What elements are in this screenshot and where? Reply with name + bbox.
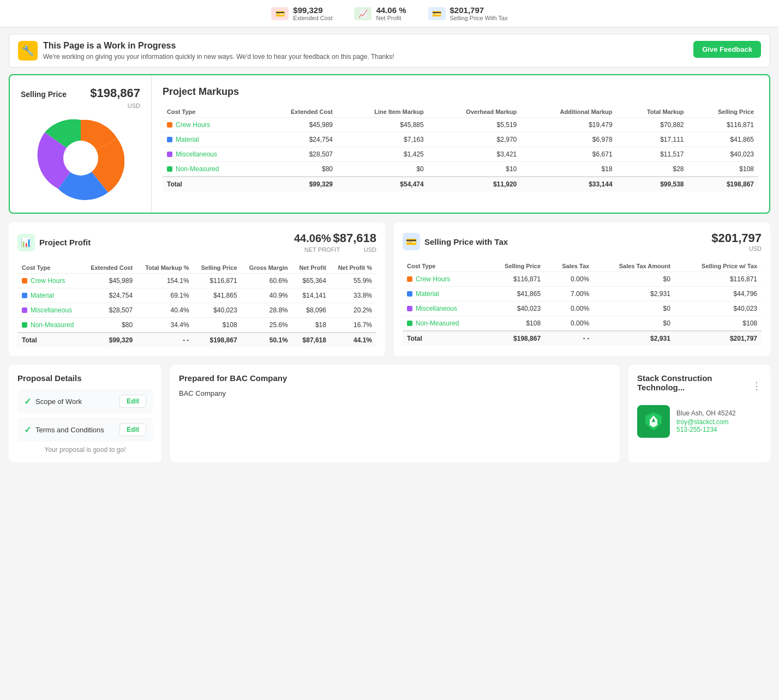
edit-button[interactable]: Edit [119, 423, 146, 436]
tax-table-row: Non-Measured $108 0.00% $0 $108 [403, 316, 762, 331]
profit-table-row: Crew Hours $45,989 154.1% $116,871 60.6%… [17, 274, 376, 288]
give-feedback-button[interactable]: Give Feedback [693, 41, 761, 58]
proposal-item-label: Terms and Conditions [35, 426, 104, 434]
profit-percent: 44.06% [294, 232, 331, 244]
svg-point-0 [63, 141, 98, 176]
tax-table: Cost Type Selling Price Sales Tax Sales … [403, 261, 762, 346]
company-card: Stack Construction Technolog... ⋮ Blue A… [628, 365, 770, 462]
profit-currency: USD [364, 246, 376, 253]
tax-title: Selling Price with Tax [424, 237, 508, 246]
col-ext-cost: Extended Cost [257, 106, 337, 118]
company-logo [637, 405, 670, 438]
selling-price-currency: USD [21, 102, 140, 109]
col-overhead-markup: Overhead Markup [428, 106, 522, 118]
company-phone[interactable]: 513-255-1234 [676, 426, 736, 433]
extended-cost-label: Extended Cost [293, 15, 332, 21]
net-profit-label: Net Profit [376, 15, 406, 21]
wip-title: This Page is a Work in Progress [43, 41, 394, 51]
top-bar: 💳 $99,329 Extended Cost 📈 44.06 % Net Pr… [0, 0, 779, 27]
profit-icon: 📊 [17, 234, 35, 251]
net-profit-stat: 📈 44.06 % Net Profit [354, 5, 406, 21]
company-address: Blue Ash, OH 45242 [676, 409, 736, 417]
proposal-card: Proposal Details ✓ Scope of Work Edit ✓ … [9, 365, 161, 462]
selling-price-tax-label: Selling Price With Tax [450, 15, 508, 21]
markups-total-row: Total $99,329 $54,474 $11,920 $33,144 $9… [163, 177, 758, 191]
col-cost-type: Cost Type [163, 106, 257, 118]
markups-table-row: Material $24,754 $7,163 $2,970 $6,978 $1… [163, 132, 758, 147]
check-icon: ✓ [24, 396, 31, 407]
selling-price-tax-stat: 💳 $201,797 Selling Price With Tax [428, 5, 508, 21]
col-line-markup: Line Item Markup [337, 106, 428, 118]
selling-price-tax-amount: $201,797 [450, 5, 508, 15]
profit-table-row: Material $24,754 69.1% $41,865 40.9% $14… [17, 288, 376, 303]
proposal-item-label: Scope of Work [35, 397, 82, 406]
tax-total-row: Total $198,867 - - $2,931 $201,797 [403, 331, 762, 346]
more-options-icon[interactable]: ⋮ [752, 380, 762, 392]
profit-table: Cost Type Extended Cost Total Markup % S… [17, 262, 376, 347]
company-logo-svg [640, 408, 667, 435]
tax-card: 💳 Selling Price with Tax $201,797 USD Co… [394, 222, 770, 356]
extended-cost-icon: 💳 [271, 7, 289, 20]
proposal-item: ✓ Scope of Work Edit [17, 389, 153, 413]
profit-title: Project Profit [39, 238, 91, 247]
bottom-section: Proposal Details ✓ Scope of Work Edit ✓ … [9, 365, 770, 462]
selling-price-label: Selling Price [21, 90, 67, 99]
profit-net-label: NET PROFIT [304, 246, 340, 253]
tax-table-row: Miscellaneous $40,023 0.00% $0 $40,023 [403, 301, 762, 316]
prepared-card: Prepared for BAC Company BAC Company [170, 365, 620, 462]
profit-table-row: Non-Measured $80 34.4% $108 25.6% $18 16… [17, 318, 376, 333]
proposal-item: ✓ Terms and Conditions Edit [17, 418, 153, 442]
profit-card: 📊 Project Profit 44.06% $87,618 NET PROF… [9, 222, 385, 356]
net-profit-amount: 44.06 % [376, 5, 406, 15]
markups-table-row: Miscellaneous $28,507 $1,425 $3,421 $6,6… [163, 147, 758, 162]
markups-title: Project Markups [163, 86, 758, 98]
check-icon: ✓ [24, 425, 31, 435]
main-content: Selling Price $198,867 USD Project Mar [0, 74, 779, 471]
tax-amount: $201,797 [711, 231, 762, 245]
company-title: Stack Construction Technolog... [637, 373, 752, 392]
profit-amount: $87,618 [333, 231, 376, 245]
col-selling-price: Selling Price [688, 106, 758, 118]
profit-total-row: Total $99,329 - - $198,867 50.1% $87,618… [17, 333, 376, 347]
selling-price-amount: $198,867 [90, 86, 140, 100]
prepared-company: BAC Company [179, 389, 611, 397]
markups-table-row: Crew Hours $45,989 $45,885 $5,519 $19,47… [163, 118, 758, 132]
pie-chart [37, 114, 124, 202]
wip-description: We're working on giving you your informa… [43, 53, 394, 61]
prepared-title: Prepared for BAC Company [179, 373, 611, 383]
markups-card: Selling Price $198,867 USD Project Mar [9, 74, 770, 214]
wip-icon: 🔧 [18, 41, 38, 61]
col-additional-markup: Additional Markup [521, 106, 616, 118]
tax-table-row: Material $41,865 7.00% $2,931 $44,796 [403, 287, 762, 301]
company-email[interactable]: troy@stackct.com [676, 418, 736, 426]
edit-button[interactable]: Edit [119, 395, 146, 408]
markups-table-row: Non-Measured $80 $0 $10 $18 $28 $108 [163, 162, 758, 177]
col-total-markup: Total Markup [617, 106, 688, 118]
extended-cost-amount: $99,329 [293, 5, 332, 15]
markups-table: Cost Type Extended Cost Line Item Markup… [163, 106, 758, 191]
bottom-cards: 📊 Project Profit 44.06% $87,618 NET PROF… [9, 222, 770, 356]
proposal-title: Proposal Details [17, 373, 153, 383]
good-to-go: Your proposal is good to go! [17, 446, 153, 454]
selling-price-section: Selling Price $198,867 USD [10, 75, 152, 213]
tax-icon: 💳 [403, 233, 420, 250]
wip-banner: 🔧 This Page is a Work in Progress We're … [9, 34, 770, 68]
markups-table-section: Project Markups Cost Type Extended Cost … [152, 75, 769, 213]
extended-cost-stat: 💳 $99,329 Extended Cost [271, 5, 332, 21]
net-profit-icon: 📈 [354, 7, 371, 20]
profit-table-row: Miscellaneous $28,507 40.4% $40,023 28.8… [17, 303, 376, 318]
selling-price-tax-icon: 💳 [428, 7, 446, 20]
tax-table-row: Crew Hours $116,871 0.00% $0 $116,871 [403, 272, 762, 287]
tax-currency: USD [711, 245, 762, 252]
